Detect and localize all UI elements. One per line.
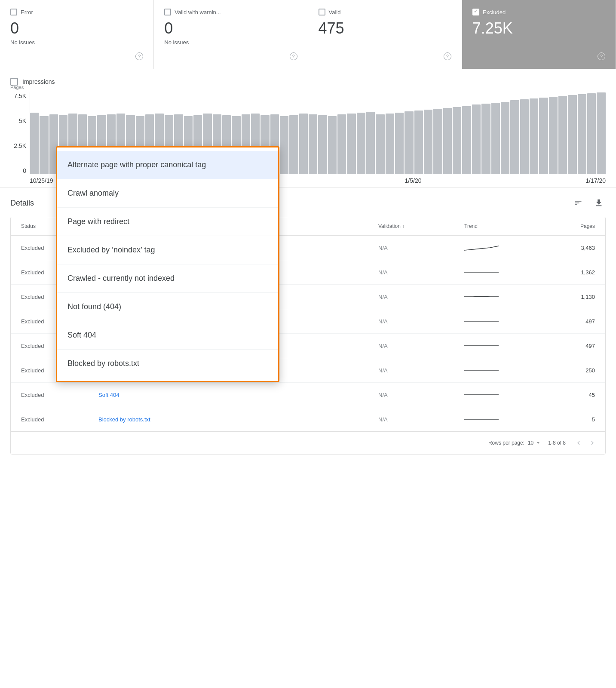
- cell-reason[interactable]: Soft 404: [95, 383, 375, 407]
- chart-pages-label: Pages: [10, 85, 24, 90]
- chart-bar: [40, 116, 48, 174]
- cell-trend: [461, 358, 547, 382]
- status-card-error[interactable]: Error 0 No issues ?: [0, 0, 154, 69]
- rows-per-page-label: Rows per page:: [488, 440, 524, 446]
- cell-status: Excluded: [18, 407, 95, 431]
- cell-status: Excluded: [18, 383, 95, 407]
- chart-bar: [376, 114, 384, 174]
- table-row[interactable]: Excluded Blocked by robots.txt N/A 5: [11, 407, 605, 431]
- chart-bar: [549, 97, 558, 174]
- chart-bar: [433, 109, 442, 174]
- x-label-3: 1/5/20: [405, 177, 422, 184]
- dropdown-item[interactable]: Soft 404: [57, 321, 278, 350]
- status-card-valid-warning[interactable]: Valid with warnin... 0 No issues ?: [154, 0, 308, 69]
- status-dropdown: Alternate page with proper canonical tag…: [56, 146, 279, 382]
- y-label-75k: 7.5K: [14, 92, 26, 99]
- dropdown-item[interactable]: Alternate page with proper canonical tag: [57, 151, 278, 179]
- chart-bar: [299, 114, 308, 174]
- x-label-1: 10/25/19: [30, 177, 53, 184]
- valid-checkbox[interactable]: [319, 9, 325, 15]
- cell-validation: N/A: [375, 358, 461, 382]
- cell-validation: N/A: [375, 334, 461, 358]
- dropdown-item[interactable]: Blocked by robots.txt: [57, 350, 278, 378]
- chart-bar: [328, 116, 337, 174]
- x-label-4: 1/17/20: [585, 177, 606, 184]
- rows-per-page-select[interactable]: 10: [528, 440, 541, 446]
- trend-chart: [464, 365, 499, 375]
- excluded-checkbox[interactable]: [472, 9, 479, 15]
- impressions-label: Impressions: [22, 78, 55, 85]
- error-count: 0: [10, 19, 143, 37]
- chart-bar: [520, 99, 529, 174]
- trend-chart: [464, 316, 499, 326]
- trend-chart: [464, 243, 499, 253]
- next-page-button[interactable]: [586, 437, 598, 449]
- cell-trend: [461, 383, 547, 407]
- dropdown-item[interactable]: Not found (404): [57, 293, 278, 321]
- dropdown-item[interactable]: Excluded by ‘noindex’ tag: [57, 236, 278, 264]
- status-card-valid[interactable]: Valid 475 ?: [308, 0, 462, 69]
- cell-pages: 1,362: [547, 260, 598, 284]
- valid-warning-checkbox[interactable]: [164, 9, 171, 15]
- cell-validation: N/A: [375, 407, 461, 431]
- download-button[interactable]: [592, 196, 606, 210]
- excluded-subtitle: [472, 39, 605, 46]
- valid-warning-help-icon[interactable]: ?: [290, 52, 297, 60]
- chart-bar: [462, 106, 471, 174]
- trend-chart: [464, 390, 499, 400]
- validation-sort-arrow: ↑: [402, 224, 405, 229]
- chart-bar: [539, 98, 548, 174]
- col-pages: Pages: [547, 217, 598, 235]
- error-checkbox[interactable]: [10, 9, 17, 15]
- cell-trend: [461, 309, 547, 333]
- chart-bar: [481, 104, 490, 174]
- chart-bar: [347, 114, 356, 174]
- prev-page-button[interactable]: [573, 437, 585, 449]
- chart-bar: [510, 100, 519, 174]
- col-validation[interactable]: Validation ↑: [375, 217, 461, 235]
- error-help-icon[interactable]: ?: [135, 52, 143, 60]
- chart-bar: [366, 112, 375, 174]
- chart-bar: [318, 115, 327, 174]
- trend-chart: [464, 414, 499, 424]
- cell-trend: [461, 285, 547, 309]
- y-label-0: 0: [23, 167, 26, 174]
- cell-reason[interactable]: Blocked by robots.txt: [95, 407, 375, 431]
- table-footer: Rows per page: 10 1-8 of 8: [11, 431, 605, 454]
- chart-bar: [309, 114, 317, 174]
- table-row[interactable]: Excluded Soft 404 N/A 45: [11, 383, 605, 407]
- cell-validation: N/A: [375, 285, 461, 309]
- dropdown-item[interactable]: Crawl anomaly: [57, 179, 278, 208]
- valid-warning-label: Valid with warnin...: [175, 9, 221, 15]
- cell-validation: N/A: [375, 260, 461, 284]
- chart-bar: [30, 113, 39, 174]
- rows-per-page: Rows per page: 10: [488, 440, 541, 446]
- chart-bar: [289, 115, 298, 174]
- details-title: Details: [10, 199, 34, 208]
- cell-trend: [461, 407, 547, 431]
- error-subtitle: No issues: [10, 39, 143, 46]
- chart-bar: [568, 95, 576, 174]
- cell-validation: N/A: [375, 236, 461, 260]
- cell-trend: [461, 334, 547, 358]
- trend-chart: [464, 341, 499, 351]
- cell-pages: 3,463: [547, 236, 598, 260]
- dropdown-item[interactable]: Crawled - currently not indexed: [57, 264, 278, 293]
- cell-pages: 45: [547, 383, 598, 407]
- excluded-help-icon[interactable]: ?: [598, 52, 605, 60]
- chart-bar: [558, 96, 567, 174]
- filter-button[interactable]: [571, 196, 585, 210]
- valid-count: 475: [319, 19, 451, 37]
- status-card-excluded[interactable]: Excluded 7.25K ?: [462, 0, 616, 69]
- chart-bar: [414, 111, 423, 174]
- chart-bar: [501, 102, 509, 174]
- dropdown-item[interactable]: Page with redirect: [57, 208, 278, 236]
- y-label-5k: 5K: [19, 117, 26, 124]
- chart-bar: [386, 114, 394, 174]
- trend-chart: [464, 292, 499, 302]
- chart-y-labels: 7.5K 5K 2.5K 0: [10, 92, 30, 174]
- valid-subtitle: [319, 39, 451, 46]
- cell-validation: N/A: [375, 309, 461, 333]
- chart-bar: [280, 116, 288, 174]
- valid-help-icon[interactable]: ?: [444, 52, 451, 60]
